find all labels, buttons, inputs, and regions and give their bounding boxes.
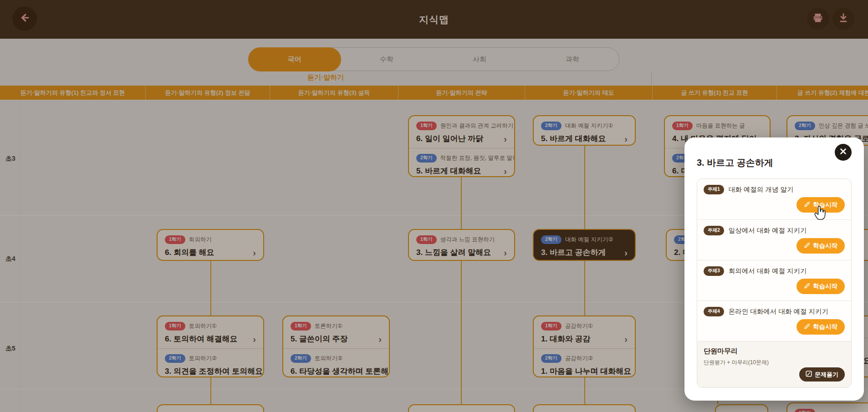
topic-row: 주제2일상에서 대화 예절 지키기학습시작 [697,219,851,260]
topic-badge: 주제3 [704,266,724,276]
topic-badge: 주제1 [704,185,724,194]
write-note-icon [806,371,812,378]
topic-text: 일상에서 대화 예절 지키기 [729,226,807,235]
wrapup-description: 단원평가 + 마무리(10문제) [704,359,845,366]
unit-wrapup-section: 단원마무리 단원평가 + 마무리(10문제) 문제풀기 [697,341,851,387]
topic-badge: 주제2 [704,226,724,235]
hand-cursor [813,206,826,222]
topic-text: 회의에서 대화 예절 지키기 [729,267,807,275]
topic-text: 대화 예절의 개념 알기 [729,185,794,194]
start-learning-button[interactable]: 학습시작 [797,319,845,335]
topic-row: 주제1대화 예절의 개념 알기학습시작 [697,179,851,219]
start-learning-label: 학습시작 [813,323,837,331]
topic-head: 주제4온라인 대화에서 대화 예절 지키기 [704,307,845,316]
topic-badge: 주제4 [704,307,724,316]
pencil-icon [804,323,810,331]
pencil-icon [804,283,810,290]
topic-head: 주제1대화 예절의 개념 알기 [704,185,845,194]
start-learning-label: 학습시작 [813,242,837,250]
topic-head: 주제2일상에서 대화 예절 지키기 [704,226,845,235]
topic-row: 주제3회의에서 대화 예절 지키기학습시작 [697,260,851,300]
unit-title: 3. 바르고 공손하게 [697,157,773,169]
topics-list: 주제1대화 예절의 개념 알기학습시작주제2일상에서 대화 예절 지키기학습시작… [697,179,851,341]
start-learning-label: 학습시작 [813,282,837,290]
close-icon [840,148,847,157]
start-learning-button[interactable]: 학습시작 [797,238,845,254]
pencil-icon [804,201,810,209]
close-button[interactable] [835,144,852,161]
solve-problems-label: 문제풀기 [815,371,838,379]
unit-modal: 3. 바르고 공손하게 주제1대화 예절의 개념 알기학습시작주제2일상에서 대… [684,137,864,401]
start-learning-button[interactable]: 학습시작 [797,279,845,294]
topic-head: 주제3회의에서 대화 예절 지키기 [704,266,845,276]
topics-box: 주제1대화 예절의 개념 알기학습시작주제2일상에서 대화 예절 지키기학습시작… [697,178,852,388]
solve-problems-button[interactable]: 문제풀기 [799,367,845,381]
pencil-icon [804,242,810,250]
topic-row: 주제4온라인 대화에서 대화 예절 지키기학습시작 [697,300,851,341]
topic-text: 온라인 대화에서 대화 예절 지키기 [729,307,828,316]
knowledge-map-page: 지식맵 국어수학사회과학 듣기·말하기 듣기·말하기의 유형(1) 친교와 정서… [0,0,868,412]
wrapup-title: 단원마무리 [704,347,845,356]
